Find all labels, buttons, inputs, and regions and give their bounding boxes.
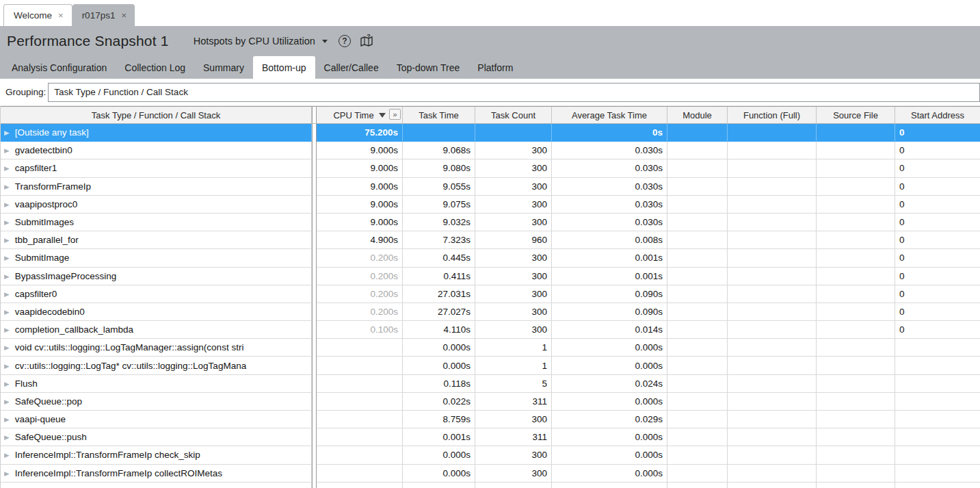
column-header-name[interactable]: Task Type / Function / Call Stack — [1, 107, 312, 123]
cell-task_time: 0.445s — [403, 249, 475, 267]
guided-help-map-icon[interactable]: ? — [359, 34, 374, 49]
table-row[interactable]: ▶InferenceImpl::TransformFrameIp check_s… — [1, 446, 980, 464]
expand-columns-button[interactable]: » — [389, 109, 401, 120]
column-header-avg_task_time[interactable]: Average Task Time — [552, 107, 667, 123]
column-header-source_file[interactable]: Source File — [817, 107, 895, 123]
table-row[interactable]: ▶Flush0.118s50.024s — [1, 375, 980, 393]
column-splitter[interactable] — [312, 178, 317, 196]
expand-caret-icon[interactable]: ▶ — [4, 219, 10, 226]
table-row[interactable]: ▶vaapi-queue8.759s3000.029s — [1, 411, 980, 428]
doc-tab-result[interactable]: r017ps1 × — [72, 4, 135, 26]
column-header-module[interactable]: Module — [667, 107, 728, 123]
table-row[interactable]: ▶SubmitImages9.000s9.032s3000.030s0 — [1, 214, 980, 231]
table-row[interactable]: ▶capsfilter00.200s27.031s3000.090s0 — [1, 285, 980, 303]
help-icon[interactable]: ? — [339, 35, 351, 47]
column-splitter[interactable] — [312, 446, 317, 464]
view-tab-analysis-configuration[interactable]: Analysis Configuration — [3, 56, 116, 79]
column-splitter[interactable] — [312, 159, 317, 177]
column-splitter[interactable] — [312, 107, 317, 123]
cell-task_count: 300 — [475, 321, 552, 339]
expand-caret-icon[interactable]: ▶ — [4, 201, 10, 207]
view-tab-platform[interactable]: Platform — [468, 56, 522, 79]
view-tab-top-down-tree[interactable]: Top-down Tree — [388, 56, 469, 79]
table-row[interactable]: ▶vaapidecodebin00.200s27.027s3000.090s0 — [1, 303, 980, 321]
table-row[interactable]: ▶completion_callback_lambda0.100s4.110s3… — [1, 321, 980, 339]
expand-caret-icon[interactable]: ▶ — [4, 326, 10, 333]
cell-avg_task_time: 0.014s — [552, 321, 667, 339]
expand-caret-icon[interactable]: ▶ — [4, 309, 10, 316]
column-splitter[interactable] — [312, 249, 317, 267]
column-splitter[interactable] — [312, 285, 317, 303]
column-splitter[interactable] — [312, 124, 317, 142]
expand-caret-icon[interactable]: ▶ — [4, 398, 10, 404]
cell-source_file — [817, 231, 895, 249]
table-row[interactable]: ▶BypassImageProcessing0.200s0.411s3000.0… — [1, 268, 980, 285]
table-row[interactable]: ▶InferenceImpl::TransformFrameIp collect… — [1, 465, 980, 483]
column-header-task_time[interactable]: Task Time — [403, 107, 475, 123]
table-row[interactable]: ▶SubmitImage0.200s0.445s3000.001s0 — [1, 249, 980, 267]
expand-caret-icon[interactable]: ▶ — [4, 165, 10, 172]
table-row[interactable]: ▶void cv::utils::logging::LogTagManager:… — [1, 339, 980, 357]
expand-caret-icon[interactable]: ▶ — [4, 237, 10, 244]
viewpoint-selector[interactable]: Hotspots by CPU Utilization — [194, 36, 328, 47]
view-tab-caller-callee[interactable]: Caller/Callee — [315, 56, 388, 79]
table-row[interactable]: ▶SafeQueue::push0.001s3110.000s — [1, 428, 980, 446]
view-tab-summary[interactable]: Summary — [194, 56, 253, 79]
column-header-function_full[interactable]: Function (Full) — [728, 107, 817, 123]
table-row[interactable]: ▶SafeQueue::pop0.022s3110.000s — [1, 393, 980, 411]
column-splitter[interactable] — [312, 321, 317, 339]
doc-tab-welcome[interactable]: Welcome × — [3, 4, 72, 26]
column-splitter[interactable] — [312, 483, 317, 488]
table-row[interactable]: ▶[Outside any task]75.200s0s0 — [1, 124, 980, 142]
column-splitter[interactable] — [312, 339, 317, 357]
column-splitter[interactable] — [312, 268, 317, 285]
column-splitter[interactable] — [312, 231, 317, 249]
table-row[interactable]: ▶TransformFrameIp9.000s9.055s3000.030s0 — [1, 178, 980, 196]
close-icon[interactable]: × — [58, 11, 64, 20]
view-tab-bottom-up[interactable]: Bottom-up — [253, 56, 315, 79]
column-splitter[interactable] — [312, 465, 317, 483]
column-splitter[interactable] — [312, 393, 317, 411]
column-splitter[interactable] — [312, 357, 317, 374]
column-splitter[interactable] — [312, 375, 317, 393]
column-splitter[interactable] — [312, 411, 317, 428]
cell-task_count: 300 — [475, 411, 552, 428]
cell-function_full — [728, 231, 817, 249]
expand-caret-icon[interactable]: ▶ — [4, 434, 10, 441]
expand-caret-icon[interactable]: ▶ — [4, 470, 10, 476]
expand-caret-icon[interactable]: ▶ — [4, 344, 10, 351]
grouping-dropdown[interactable]: Task Type / Function / Call Stack — [48, 83, 980, 102]
cell-cpu_time: 9.000s — [317, 159, 403, 177]
row-name-cell: ▶TransformFrameIp — [1, 178, 312, 196]
table-row[interactable]: ▶gvadetectbin09.000s9.068s3000.030s0 — [1, 142, 980, 159]
expand-caret-icon[interactable]: ▶ — [4, 272, 10, 279]
column-header-cpu_time[interactable]: CPU Time» — [317, 107, 403, 123]
expand-caret-icon[interactable]: ▶ — [4, 380, 10, 387]
table-row[interactable]: ▶cv::utils::logging::LogTag* cv::utils::… — [1, 357, 980, 374]
view-tab-collection-log[interactable]: Collection Log — [116, 56, 194, 79]
column-header-start_address[interactable]: Start Address — [895, 107, 980, 123]
column-splitter[interactable] — [312, 196, 317, 214]
expand-caret-icon[interactable]: ▶ — [4, 129, 10, 136]
close-icon[interactable]: × — [121, 11, 127, 20]
table-row[interactable]: ▶vaapipostproc09.000s9.075s3000.030s0 — [1, 196, 980, 214]
view-tabs: Analysis ConfigurationCollection LogSumm… — [0, 56, 980, 79]
column-splitter[interactable] — [312, 303, 317, 321]
column-header-task_count[interactable]: Task Count — [475, 107, 552, 123]
table-row[interactable]: ▶capsfilter19.000s9.080s3000.030s0 — [1, 159, 980, 177]
row-name-label: InferenceImpl::TransformFrameIp collectR… — [15, 468, 222, 478]
row-name-label: vaapipostproc0 — [15, 199, 78, 209]
expand-caret-icon[interactable]: ▶ — [4, 290, 10, 297]
column-splitter[interactable] — [312, 142, 317, 159]
expand-caret-icon[interactable]: ▶ — [4, 147, 10, 154]
column-splitter[interactable] — [312, 428, 317, 446]
column-header-label: Start Address — [911, 110, 964, 120]
cell-avg_task_time: 0.000s — [552, 393, 667, 411]
expand-caret-icon[interactable]: ▶ — [4, 362, 10, 369]
expand-caret-icon[interactable]: ▶ — [4, 255, 10, 261]
expand-caret-icon[interactable]: ▶ — [4, 183, 10, 190]
table-row[interactable]: ▶tbb_parallel_for4.900s7.323s9600.008s0 — [1, 231, 980, 249]
column-splitter[interactable] — [312, 214, 317, 231]
expand-caret-icon[interactable]: ▶ — [4, 416, 10, 423]
expand-caret-icon[interactable]: ▶ — [4, 452, 10, 459]
